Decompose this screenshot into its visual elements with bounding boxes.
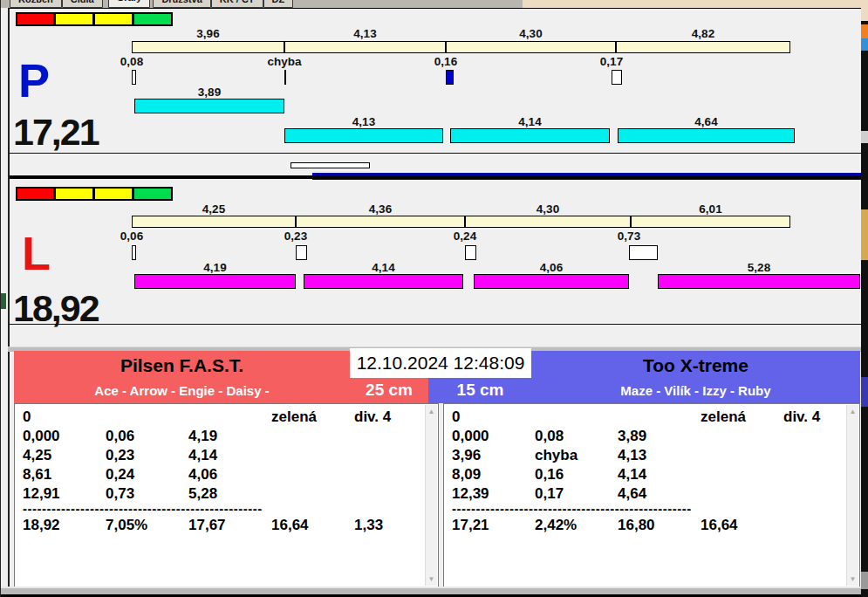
scrollbar[interactable]: ▲ ▼ [425, 405, 437, 586]
jump-height-left: 25 cm [350, 378, 428, 403]
table-cell: 4,14 [618, 465, 701, 484]
table-cell: 4,19 [188, 427, 271, 446]
results-table-body: 0zelenádiv. 40,0000,064,194,250,234,148,… [23, 408, 423, 585]
split-segment [616, 41, 790, 53]
table-cell: 0 [23, 408, 106, 427]
run-bar [284, 128, 443, 143]
lane-letter-p: P [18, 57, 50, 104]
datetime-display: 12.10.2024 12:48:09 [350, 348, 531, 378]
table-cell: 4,06 [188, 465, 271, 484]
crossing-time: 0,06 [120, 230, 143, 243]
table-cell: 12,91 [23, 484, 106, 504]
run-bar [304, 274, 463, 289]
table-cell [354, 427, 423, 446]
scrollbar[interactable]: ▲ ▼ [846, 405, 858, 586]
table-cell [535, 408, 618, 427]
table-row: 0,0000,064,19 [23, 427, 423, 446]
table-cell: 8,61 [23, 465, 106, 484]
scroll-up-icon[interactable]: ▲ [847, 408, 858, 415]
table-cell: 12,39 [452, 484, 535, 504]
table-cell: 3,89 [618, 427, 701, 446]
table-separator: ----------------------------------------… [452, 504, 707, 516]
tab-grafy[interactable]: Grafy [108, 0, 151, 8]
scroll-up-icon[interactable]: ▲ [426, 408, 437, 415]
table-cell [701, 446, 783, 465]
team-name-right: Too X-treme [531, 355, 860, 376]
team-name-left: Pilsen F.A.S.T. [14, 355, 350, 376]
table-cell [618, 408, 701, 427]
table-row: 8,090,164,14 [452, 465, 844, 484]
run-time: 4,14 [304, 261, 463, 274]
scroll-down-icon[interactable]: ▼ [847, 575, 858, 583]
table-cell: 0,000 [452, 427, 535, 446]
table-cell [188, 408, 271, 427]
lane-panel-right: P 17,21 3,964,134,304,82 0,08chyba0,160,… [10, 9, 862, 154]
split-time: 3,96 [132, 27, 284, 40]
crossing-marker-outline [629, 245, 658, 260]
table-row: 17,212,42%16,8016,64 [452, 516, 844, 535]
table-cell: 16,80 [618, 516, 701, 535]
run-time: 4,14 [450, 115, 610, 128]
background-window-top [523, 0, 862, 8]
crossing-time: 0,08 [120, 55, 143, 68]
team-members-left: Ace - Arrow - Engie - Daisy - [14, 383, 350, 398]
tab-rozb-h[interactable]: Rozběh [10, 0, 62, 8]
crossing-marker-outline [612, 70, 622, 85]
table-cell: 16,64 [701, 516, 783, 535]
run-time: 4,06 [474, 261, 629, 274]
tab-dru-stva[interactable]: Družstva [153, 0, 210, 8]
lane-panel-left: L 18,92 4,254,364,306,01 0,060,230,240,7… [10, 175, 862, 325]
split-time: 4,25 [132, 202, 296, 216]
table-cell [783, 446, 844, 465]
table-row: 8,610,244,06 [23, 465, 423, 484]
tab-dz[interactable]: DZ [263, 0, 294, 8]
traffic-light-strip [16, 12, 173, 26]
table-cell [783, 484, 844, 504]
split-segment [465, 216, 631, 228]
table-cell: zelená [701, 408, 783, 427]
table-cell: 17,67 [188, 516, 271, 535]
lane-total-time-p: 17,21 [13, 113, 99, 151]
table-cell [354, 484, 423, 504]
crossing-marker-line [284, 70, 286, 85]
table-cell: 18,92 [23, 516, 106, 535]
run-time: 4,13 [284, 115, 443, 128]
table-cell: 2,42% [535, 516, 618, 535]
table-row: 0zelenádiv. 4 [452, 408, 844, 427]
tab--idla[interactable]: Čidla [62, 0, 103, 8]
traffic-light [16, 187, 55, 201]
split-time: 4,82 [616, 27, 790, 40]
table-cell: div. 4 [354, 408, 423, 427]
app-window: RozběhČidlaGrafyDružstvaKK / ČTDZ P 17,2… [0, 0, 868, 597]
results-table-right: 0zelenádiv. 40,0000,083,893,96chyba4,138… [443, 403, 860, 587]
run-bar [618, 128, 795, 143]
lane-total-time-l: 18,92 [13, 290, 99, 327]
table-cell: 1,33 [354, 516, 423, 535]
jump-height-right: 15 cm [430, 378, 530, 403]
table-cell [783, 465, 844, 484]
run-time: 4,19 [134, 261, 296, 274]
table-cell: chyba [535, 446, 618, 465]
split-time: 4,30 [465, 202, 631, 216]
crossing-marker-outline [296, 245, 307, 260]
split-segment [284, 41, 446, 53]
crossing-time: 0,73 [618, 230, 640, 243]
table-row: 4,250,234,14 [23, 446, 423, 465]
table-cell: 7,05% [106, 516, 188, 535]
scroll-down-icon[interactable]: ▼ [426, 575, 437, 583]
traffic-light-strip [16, 187, 173, 201]
run-time: 3,89 [134, 86, 284, 99]
table-cell [271, 484, 354, 504]
traffic-light [55, 12, 94, 26]
run-time: 4,64 [618, 115, 795, 128]
run-bar [658, 274, 860, 289]
crossing-marker-filled [446, 70, 454, 85]
table-cell [271, 427, 354, 446]
run-bar [134, 99, 284, 113]
table-row: 0zelenádiv. 4 [23, 408, 423, 427]
table-row: 12,910,735,28 [23, 484, 423, 504]
table-cell: 4,14 [188, 446, 271, 465]
tab-kk-t[interactable]: KK / ČT [211, 0, 263, 8]
split-segment [446, 41, 616, 53]
background-window-sliver [861, 0, 868, 597]
